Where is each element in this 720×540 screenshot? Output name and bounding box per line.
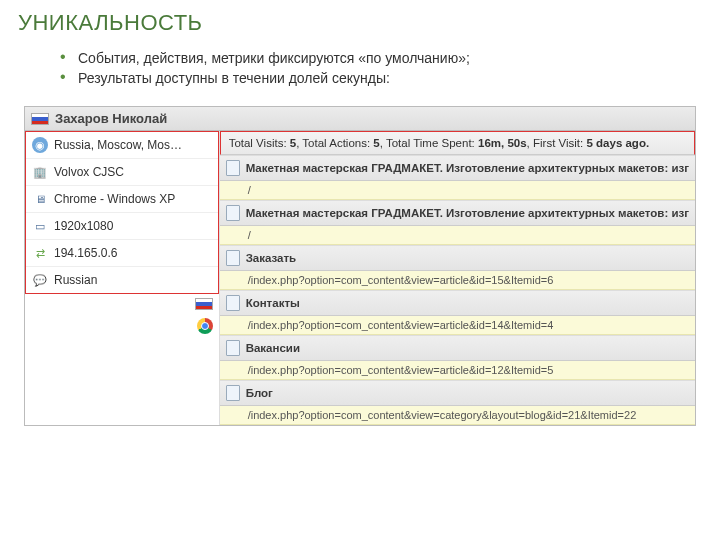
page-entry[interactable]: Блог/index.php?option=com_content&view=c…: [220, 380, 695, 425]
page-title-row[interactable]: Макетная мастерская ГРАДМАКЕТ. Изготовле…: [220, 200, 695, 226]
info-org: 🏢 Volvox CJSC: [26, 159, 218, 186]
page-url[interactable]: /index.php?option=com_content&view=artic…: [220, 361, 695, 380]
stats-summary: Total Visits: 5, Total Actions: 5, Total…: [220, 131, 695, 155]
visit-activity: Total Visits: 5, Total Actions: 5, Total…: [220, 131, 695, 425]
windows-icon: [197, 342, 213, 358]
page-title: Контакты: [246, 297, 300, 309]
page-title-row[interactable]: Заказать: [220, 245, 695, 271]
language-icon: 💬: [32, 272, 48, 288]
page-url[interactable]: /index.php?option=com_content&view=artic…: [220, 271, 695, 290]
location-text: Russia, Moscow, Mos…: [54, 138, 182, 152]
browser-icon-row: [25, 314, 219, 338]
info-resolution: ▭ 1920x1080: [26, 213, 218, 240]
page-entry[interactable]: Макетная мастерская ГРАДМАКЕТ. Изготовле…: [220, 200, 695, 245]
stats-label: , Total Actions:: [296, 137, 370, 149]
page-icon: [226, 205, 240, 221]
page-title-row[interactable]: Вакансии: [220, 335, 695, 361]
page-title: Вакансии: [246, 342, 300, 354]
analytics-panel: Захаров Николай ◉ Russia, Moscow, Mos… 🏢…: [24, 106, 696, 426]
page-icon: [226, 250, 240, 266]
os-icon-row: [25, 338, 219, 362]
stats-label: , First Visit:: [527, 137, 584, 149]
visitor-name: Захаров Николай: [55, 111, 167, 126]
bullet-item: События, действия, метрики фиксируются «…: [60, 48, 660, 68]
page-title-row[interactable]: Контакты: [220, 290, 695, 316]
bullet-item: Результаты доступны в течении долей секу…: [60, 68, 660, 88]
page-title: Заказать: [246, 252, 297, 264]
browser-os-text: Chrome - Windows XP: [54, 192, 175, 206]
org-text: Volvox CJSC: [54, 165, 124, 179]
bullet-list: События, действия, метрики фиксируются «…: [0, 44, 720, 100]
info-ip: ⇄ 194.165.0.6: [26, 240, 218, 267]
page-entry[interactable]: Вакансии/index.php?option=com_content&vi…: [220, 335, 695, 380]
page-url[interactable]: /index.php?option=com_content&view=categ…: [220, 406, 695, 425]
globe-icon: ◉: [32, 137, 48, 153]
chrome-icon: [197, 318, 213, 334]
flag-row: [25, 294, 219, 314]
stats-label: , Total Time Spent:: [380, 137, 475, 149]
stats-value: 16m, 50s: [478, 137, 527, 149]
page-icon: [226, 385, 240, 401]
page-title-row[interactable]: Макетная мастерская ГРАДМАКЕТ. Изготовле…: [220, 155, 695, 181]
slide-title: УНИКАЛЬНОСТЬ: [0, 0, 720, 44]
resolution-text: 1920x1080: [54, 219, 113, 233]
visitor-details: ◉ Russia, Moscow, Mos… 🏢 Volvox CJSC 🖥 C…: [25, 131, 220, 425]
ip-icon: ⇄: [32, 245, 48, 261]
info-language: 💬 Russian: [26, 267, 218, 293]
page-icon: [226, 340, 240, 356]
stats-label: Total Visits:: [229, 137, 287, 149]
page-entry[interactable]: Контакты/index.php?option=com_content&vi…: [220, 290, 695, 335]
page-title-row[interactable]: Блог: [220, 380, 695, 406]
stats-value: 5 days ago.: [586, 137, 649, 149]
info-browser-os: 🖥 Chrome - Windows XP: [26, 186, 218, 213]
page-icon: [226, 295, 240, 311]
page-title: Блог: [246, 387, 273, 399]
page-title: Макетная мастерская ГРАДМАКЕТ. Изготовле…: [246, 207, 689, 219]
page-url[interactable]: /index.php?option=com_content&view=artic…: [220, 316, 695, 335]
page-url[interactable]: /: [220, 226, 695, 245]
page-url[interactable]: /: [220, 181, 695, 200]
visitor-header: Захаров Николай: [25, 107, 695, 131]
page-entry[interactable]: Макетная мастерская ГРАДМАКЕТ. Изготовле…: [220, 155, 695, 200]
page-icon: [226, 160, 240, 176]
language-text: Russian: [54, 273, 97, 287]
monitor-icon: 🖥: [32, 191, 48, 207]
ip-text: 194.165.0.6: [54, 246, 117, 260]
page-entry[interactable]: Заказать/index.php?option=com_content&vi…: [220, 245, 695, 290]
info-location: ◉ Russia, Moscow, Mos…: [26, 132, 218, 159]
flag-russia-icon: [195, 298, 213, 310]
resolution-icon: ▭: [32, 218, 48, 234]
org-icon: 🏢: [32, 164, 48, 180]
page-title: Макетная мастерская ГРАДМАКЕТ. Изготовле…: [246, 162, 689, 174]
flag-russia-icon: [31, 113, 49, 125]
